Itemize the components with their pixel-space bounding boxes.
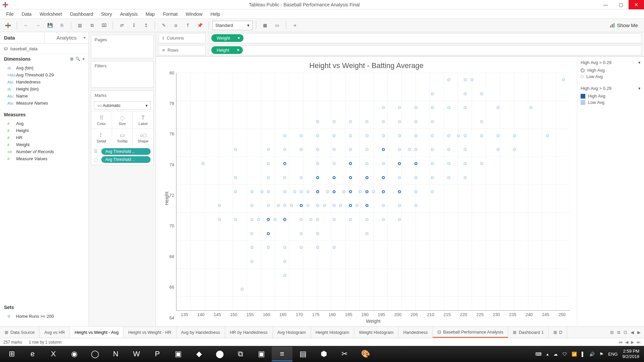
data-point[interactable] (349, 120, 352, 123)
menu-data[interactable]: Data (18, 10, 36, 18)
data-point[interactable] (342, 190, 345, 193)
data-point[interactable] (316, 176, 319, 179)
tab-nav-icon[interactable]: ⧉ (617, 330, 620, 335)
data-point[interactable] (306, 190, 309, 193)
data-point[interactable] (365, 190, 368, 193)
maximize-button[interactable]: ▢ (613, 0, 629, 9)
save-button[interactable]: 💾 (45, 20, 55, 31)
sheet-tab[interactable]: Height vs Weight - Avg (70, 327, 123, 338)
mark-type-dropdown[interactable]: ○○ Automatic▾ (94, 101, 151, 110)
data-point[interactable] (283, 162, 286, 165)
new-worksheet-button[interactable]: ▥ (74, 20, 85, 31)
data-point[interactable] (251, 232, 254, 235)
data-point[interactable] (415, 190, 418, 193)
data-point[interactable] (349, 176, 352, 179)
data-point[interactable] (464, 162, 467, 165)
data-point[interactable] (382, 120, 385, 123)
data-point[interactable] (398, 204, 401, 207)
data-point[interactable] (365, 218, 368, 221)
taskbar-app[interactable]: ▣ (168, 347, 189, 361)
clock[interactable]: 2:59 PM 9/2/2018 (622, 349, 639, 359)
data-point[interactable] (356, 204, 359, 207)
data-point[interactable] (513, 148, 516, 151)
data-point[interactable] (372, 190, 375, 193)
data-point[interactable] (365, 176, 368, 179)
swap-button[interactable]: ⇄ (116, 20, 127, 31)
data-point[interactable] (218, 218, 221, 221)
data-point[interactable] (480, 92, 483, 95)
taskbar-app[interactable]: ▤ (292, 347, 313, 361)
data-point[interactable] (415, 134, 418, 137)
data-point[interactable] (300, 176, 303, 179)
data-point[interactable] (267, 148, 270, 151)
taskbar-app[interactable]: X (43, 347, 64, 361)
sheet-tab[interactable]: ⊞Data Source (0, 327, 40, 338)
menu-story[interactable]: Story (97, 10, 116, 18)
data-point[interactable] (283, 204, 286, 207)
data-point[interactable] (339, 204, 342, 207)
data-point[interactable] (316, 162, 319, 165)
data-point[interactable] (447, 106, 450, 109)
data-point[interactable] (300, 232, 303, 235)
wifi-icon[interactable]: 📶 (572, 352, 577, 357)
data-point[interactable] (480, 120, 483, 123)
data-point[interactable] (398, 106, 401, 109)
data-point[interactable] (283, 176, 286, 179)
taskbar-app[interactable]: ⬤ (209, 347, 230, 361)
view-icon[interactable]: ⊞ (70, 57, 73, 61)
taskbar-app[interactable]: ◆ (189, 347, 209, 361)
data-point[interactable] (382, 162, 385, 165)
data-point[interactable] (513, 134, 516, 137)
data-point[interactable] (283, 260, 286, 263)
data-point[interactable] (316, 190, 319, 193)
field-item[interactable]: #Measure Values (0, 155, 89, 162)
data-point[interactable] (496, 134, 499, 137)
data-point[interactable] (300, 204, 303, 207)
data-point[interactable] (332, 204, 335, 207)
data-point[interactable] (480, 162, 483, 165)
data-point[interactable] (267, 232, 270, 235)
data-point[interactable] (349, 204, 352, 207)
undo-button[interactable]: ← (20, 20, 31, 31)
data-point[interactable] (365, 120, 368, 123)
data-point[interactable] (234, 176, 237, 179)
data-point[interactable] (349, 134, 352, 137)
data-point[interactable] (332, 120, 335, 123)
data-point[interactable] (365, 204, 368, 207)
sheet-tab[interactable]: Avg vs HR (40, 327, 70, 338)
battery-icon[interactable]: ▌ (582, 352, 585, 357)
data-point[interactable] (283, 148, 286, 151)
data-point[interactable] (300, 148, 303, 151)
data-point[interactable] (290, 204, 293, 207)
data-point[interactable] (431, 162, 434, 165)
columns-shelf[interactable]: ⦀Columns Weight (156, 32, 644, 44)
sort-desc-button[interactable]: ↥ (141, 20, 151, 31)
rows-shelf[interactable]: ≡Rows Height (156, 44, 644, 56)
menu-analysis[interactable]: Analysis (116, 10, 142, 18)
close-button[interactable]: ✕ (629, 0, 644, 9)
data-point[interactable] (349, 190, 352, 193)
data-point[interactable] (316, 204, 319, 207)
data-point[interactable] (267, 218, 270, 221)
show-me-button[interactable]: Show Me (609, 22, 641, 28)
color-legend[interactable]: High Avg > 0.29▾ High AvgLow Avg (581, 86, 641, 106)
data-point[interactable] (332, 176, 335, 179)
visualization-area[interactable]: Height vs Weight - Batting Average Heigh… (156, 57, 577, 326)
data-point[interactable] (480, 134, 483, 137)
sheet-tab[interactable]: ⊡Baseball Performance Analysis (433, 327, 508, 338)
field-item[interactable]: ıllıAvg (bin) (0, 64, 89, 71)
data-point[interactable] (365, 232, 368, 235)
filters-card[interactable]: Filters (91, 61, 154, 88)
data-point[interactable] (398, 190, 401, 193)
data-point[interactable] (365, 162, 368, 165)
data-point[interactable] (431, 148, 434, 151)
plot-area[interactable] (176, 73, 570, 311)
data-point[interactable] (251, 260, 254, 263)
menu-file[interactable]: File (2, 10, 18, 18)
duplicate-button[interactable]: ⧉ (87, 20, 97, 31)
field-item[interactable]: AbcHandedness (0, 78, 89, 85)
data-point[interactable] (234, 190, 237, 193)
data-point[interactable] (332, 246, 335, 249)
sheet-tab[interactable]: Height vs Weight - HR (123, 327, 176, 338)
data-point[interactable] (464, 106, 467, 109)
